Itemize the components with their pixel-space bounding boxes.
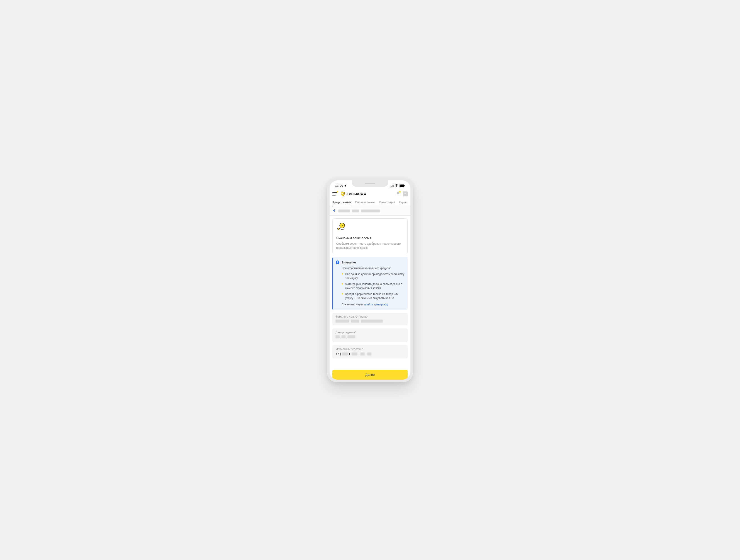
app-header: ТИНЬКОФФ [330,189,410,199]
clock-hand-icon [336,222,404,233]
alert-list: Все данные должны принадлежать реальному… [342,272,404,300]
tab-investments[interactable]: Инвестиции [379,199,395,206]
info-icon [336,260,340,264]
arrow-left-icon [333,209,336,212]
phone-value: +7 ( ) - - [336,352,404,356]
svg-rect-6 [404,185,405,186]
cellular-icon [390,185,393,187]
alert-intro: При оформлении настоящего кредита: [342,266,404,270]
chevron-down-icon [404,193,406,195]
menu-button[interactable] [333,191,338,197]
alert-item: Фотография клиента должна быть сделана в… [342,282,404,290]
wifi-icon [395,185,398,187]
svg-rect-5 [400,185,404,187]
brand-logo[interactable]: ТИНЬКОФФ [340,191,366,197]
phone-field[interactable]: Мобильный телефон* +7 ( ) - - [333,345,407,358]
battery-icon [399,185,405,187]
status-time: 11:00 [335,184,343,188]
fio-field[interactable]: Фамилия, Имя, Отчество* [333,313,407,325]
phone-label: Мобильный телефон* [336,347,404,351]
svg-rect-11 [337,262,338,263]
dob-value-redacted: . . [336,335,404,339]
dob-field[interactable]: Дата рождения* . . [333,329,407,342]
promo-title: Экономим ваше время [336,236,404,240]
tab-cards[interactable]: Карты [399,199,407,206]
location-icon [344,185,347,187]
tab-online-orders[interactable]: Онлайн-заказы [355,199,375,206]
alert-item: Все данные должны принадлежать реальному… [342,272,404,280]
notifications-button[interactable] [396,191,400,197]
attention-alert: Внимание При оформлении настоящего креди… [333,257,407,310]
back-button[interactable] [333,209,336,213]
svg-point-12 [337,261,338,262]
content: Экономим ваше время Сообщим вероятность … [330,216,410,367]
svg-rect-0 [390,186,390,187]
notch [352,180,388,187]
svg-rect-9 [337,228,340,230]
svg-rect-1 [391,186,391,187]
screen: 11:00 ТИНЬКОФФ [330,180,410,380]
training-link[interactable]: пройти тренировку [364,303,388,306]
fio-value-redacted [336,320,404,323]
brand-text: ТИНЬКОФФ [347,192,366,196]
breadcrumb [330,206,410,216]
tab-bar: Кредитование Онлайн-заказы Инвестиции Ка… [330,199,410,206]
alert-title: Внимание [342,260,404,265]
svg-rect-2 [392,185,392,187]
menu-badge-dot [337,191,338,192]
svg-rect-3 [393,185,393,187]
svg-point-7 [342,193,344,194]
breadcrumb-redacted [338,210,380,212]
shield-icon [340,191,346,197]
promo-card: Экономим ваше время Сообщим вероятность … [333,218,407,254]
promo-desc: Сообщим вероятность одобрения после перв… [336,242,404,250]
dob-label: Дата рождения* [336,331,404,334]
bell-badge-dot [399,191,400,193]
tab-crediting[interactable]: Кредитование [333,199,351,206]
alert-item: Кредит оформляется только на товар или у… [342,292,404,300]
alert-advice: Советуем сперва пройти тренировку [342,303,404,307]
fio-label: Фамилия, Имя, Отчество* [336,315,404,318]
next-button[interactable]: Далее [333,370,407,380]
phone-frame: 11:00 ТИНЬКОФФ [327,178,413,382]
dropdown-button[interactable] [403,192,407,196]
